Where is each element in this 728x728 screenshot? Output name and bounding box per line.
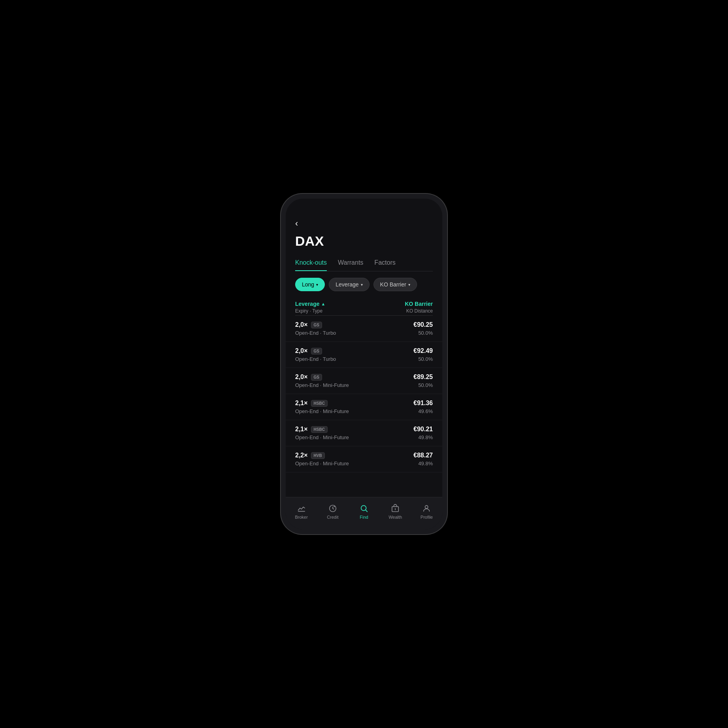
distance: 50.0% xyxy=(418,356,433,362)
bottom-nav: Broker Credit xyxy=(286,497,442,529)
leverage-row: 2,0× GS xyxy=(295,373,349,381)
phone-device: ‹ DAX Knock-outs Warrants Factors Long ▾… xyxy=(281,194,447,534)
distance: 50.0% xyxy=(418,382,433,388)
profile-icon xyxy=(422,504,431,513)
price: €91.36 xyxy=(413,400,433,407)
distance: 49.6% xyxy=(418,408,433,414)
sort-label[interactable]: Leverage ▲ xyxy=(295,301,325,307)
list-item[interactable]: 2,0× GS Open-End · Turbo €90.25 50.0% xyxy=(286,316,442,342)
item-left: 2,1× HSBC Open-End · Mini-Future xyxy=(295,426,349,440)
tab-knockouts[interactable]: Knock-outs xyxy=(295,259,327,271)
distance: 50.0% xyxy=(418,330,433,336)
filter-long-label: Long xyxy=(302,281,314,288)
table-header: Leverage ▲ Expiry · Type KO Barrier KO D… xyxy=(286,298,442,315)
expiry-type: Open-End · Turbo xyxy=(295,356,336,362)
sort-arrow-icon: ▲ xyxy=(321,301,325,306)
item-left: 2,2× HVB Open-End · Mini-Future xyxy=(295,452,349,466)
badge: HVB xyxy=(311,452,325,459)
filters-row: Long ▾ Leverage ▾ KO Barrier ▾ xyxy=(286,271,442,298)
price: €92.49 xyxy=(413,347,433,355)
badge: GS xyxy=(311,374,322,381)
list-item[interactable]: 2,1× HSBC Open-End · Mini-Future €91.36 … xyxy=(286,394,442,420)
sub-right: KO Distance xyxy=(406,308,433,314)
nav-label-find: Find xyxy=(360,515,368,519)
leverage-row: 2,1× HSBC xyxy=(295,426,349,433)
expiry-type: Open-End · Mini-Future xyxy=(295,434,349,440)
badge: GS xyxy=(311,322,322,328)
tabs-container: Knock-outs Warrants Factors xyxy=(286,252,442,271)
tab-factors[interactable]: Factors xyxy=(374,259,395,271)
leverage-row: 2,1× HSBC xyxy=(295,400,349,407)
back-button[interactable]: ‹ xyxy=(295,218,298,229)
list-item[interactable]: 2,2× HVB Open-End · Mini-Future €88.27 4… xyxy=(286,446,442,472)
nav-label-broker: Broker xyxy=(295,515,307,519)
list-item[interactable]: 2,0× GS Open-End · Mini-Future €89.25 50… xyxy=(286,368,442,394)
header: ‹ DAX xyxy=(286,218,442,252)
badge: HSBC xyxy=(311,400,328,407)
expiry-type: Open-End · Mini-Future xyxy=(295,382,349,388)
price: €88.27 xyxy=(413,452,433,459)
chevron-down-icon: ▾ xyxy=(316,282,318,287)
item-left: 2,1× HSBC Open-End · Mini-Future xyxy=(295,400,349,414)
filter-long[interactable]: Long ▾ xyxy=(295,278,325,291)
col-left: Leverage ▲ Expiry · Type xyxy=(295,301,325,314)
sub-left: Expiry · Type xyxy=(295,308,325,314)
list-container: 2,0× GS Open-End · Turbo €90.25 50.0% 2,… xyxy=(286,316,442,497)
leverage-row: 2,0× GS xyxy=(295,347,336,355)
nav-item-wealth[interactable]: Wealth xyxy=(380,504,411,519)
item-right: €90.21 49.8% xyxy=(413,426,433,440)
leverage-value: 2,0× xyxy=(295,321,308,328)
badge: GS xyxy=(311,348,322,355)
svg-point-4 xyxy=(334,506,335,507)
leverage-value: 2,0× xyxy=(295,347,308,355)
filter-ko-barrier-label: KO Barrier xyxy=(380,281,406,288)
expiry-type: Open-End · Mini-Future xyxy=(295,461,349,466)
page-title: DAX xyxy=(295,233,433,249)
chart-icon xyxy=(297,504,306,513)
col-right: KO Barrier KO Distance xyxy=(405,301,433,314)
phone-screen: ‹ DAX Knock-outs Warrants Factors Long ▾… xyxy=(286,199,442,529)
leverage-value: 2,1× xyxy=(295,400,308,407)
tab-warrants[interactable]: Warrants xyxy=(338,259,363,271)
svg-line-6 xyxy=(366,510,367,512)
item-left: 2,0× GS Open-End · Turbo xyxy=(295,321,336,336)
item-right: €89.25 50.0% xyxy=(413,373,433,388)
ko-barrier-col-label: KO Barrier xyxy=(405,301,433,307)
filter-ko-barrier[interactable]: KO Barrier ▾ xyxy=(373,278,417,291)
chevron-down-icon: ▾ xyxy=(408,282,410,287)
filter-leverage[interactable]: Leverage ▾ xyxy=(329,278,369,291)
expiry-type: Open-End · Mini-Future xyxy=(295,408,349,414)
item-right: €90.25 50.0% xyxy=(413,321,433,336)
item-right: €91.36 49.6% xyxy=(413,400,433,414)
filter-leverage-label: Leverage xyxy=(336,281,358,288)
nav-item-find[interactable]: Find xyxy=(348,504,379,519)
distance: 49.8% xyxy=(418,434,433,440)
sort-col-text: Leverage xyxy=(295,301,319,307)
nav-item-credit[interactable]: Credit xyxy=(317,504,348,519)
leverage-value: 2,2× xyxy=(295,452,308,459)
list-item[interactable]: 2,0× GS Open-End · Turbo €92.49 50.0% xyxy=(286,342,442,368)
nav-label-credit: Credit xyxy=(327,515,338,519)
distance: 49.8% xyxy=(418,461,433,466)
svg-line-3 xyxy=(333,508,334,509)
item-right: €88.27 49.8% xyxy=(413,452,433,466)
price: €89.25 xyxy=(413,373,433,381)
list-item[interactable]: 2,1× HSBC Open-End · Mini-Future €90.21 … xyxy=(286,420,442,446)
nav-label-wealth: Wealth xyxy=(389,515,402,519)
item-left: 2,0× GS Open-End · Mini-Future xyxy=(295,373,349,388)
leverage-row: 2,2× HVB xyxy=(295,452,349,459)
badge: HSBC xyxy=(311,426,328,433)
item-right: €92.49 50.0% xyxy=(413,347,433,362)
leverage-row: 2,0× GS xyxy=(295,321,336,328)
price: €90.21 xyxy=(413,426,433,433)
item-left: 2,0× GS Open-End · Turbo xyxy=(295,347,336,362)
screen-content: ‹ DAX Knock-outs Warrants Factors Long ▾… xyxy=(286,199,442,529)
nav-item-profile[interactable]: Profile xyxy=(411,504,442,519)
nav-item-broker[interactable]: Broker xyxy=(286,504,317,519)
chevron-down-icon: ▾ xyxy=(361,282,363,287)
leverage-value: 2,1× xyxy=(295,426,308,433)
wealth-icon xyxy=(391,504,400,513)
price: €90.25 xyxy=(413,321,433,328)
leverage-value: 2,0× xyxy=(295,373,308,381)
expiry-type: Open-End · Turbo xyxy=(295,330,336,336)
